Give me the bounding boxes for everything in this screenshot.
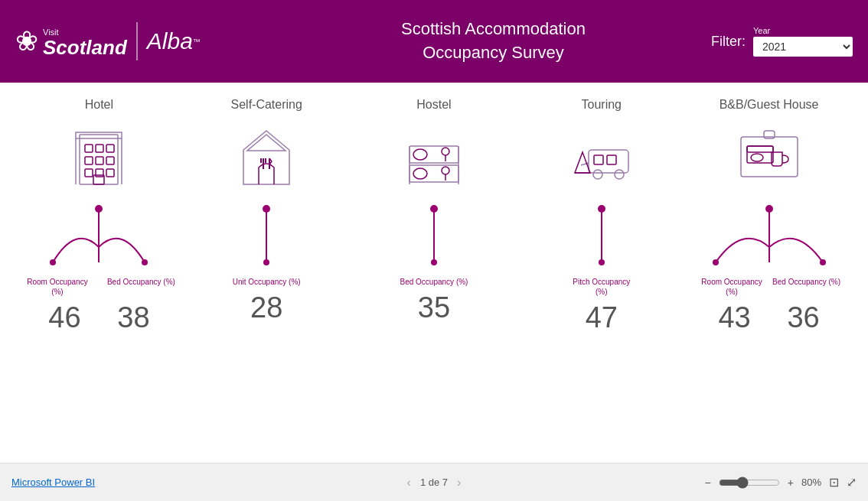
- category-touring: Touring: [525, 98, 678, 334]
- self-catering-value-unit: 28: [243, 291, 289, 324]
- svg-point-15: [95, 205, 103, 213]
- filter-area: Filter: Year 2021 2020 2019 2022: [711, 26, 853, 57]
- main-container: ❀ Visit Scotland Alba™ Scottish Accommod…: [0, 0, 868, 501]
- svg-point-42: [615, 170, 624, 179]
- zoom-slider[interactable]: [719, 477, 780, 489]
- hotel-chart: [30, 197, 168, 274]
- touring-value-pitch: 47: [579, 301, 625, 334]
- bb-value-bed: 36: [781, 301, 827, 334]
- touring-metric-pitch: Pitch Occupancy (%): [567, 277, 636, 297]
- logo-divider: [136, 22, 138, 60]
- footer: Microsoft Power BI ‹ 1 de 7 › − + 80% ⊡ …: [0, 463, 868, 501]
- main-content: Hotel: [0, 83, 868, 463]
- header: ❀ Visit Scotland Alba™ Scottish Accommod…: [0, 0, 868, 83]
- category-bb-title: B&B/Guest House: [720, 98, 819, 112]
- category-touring-title: Touring: [582, 98, 622, 112]
- svg-marker-44: [575, 152, 590, 173]
- category-self-catering-title: Self-Catering: [231, 98, 302, 112]
- bb-metrics: Room Occupancy (%) Bed Occupancy (%): [697, 277, 840, 297]
- svg-rect-1: [76, 132, 122, 138]
- svg-rect-38: [589, 150, 628, 173]
- categories-row: Hotel: [8, 98, 860, 334]
- touring-values: 47: [579, 301, 625, 334]
- svg-point-26: [263, 259, 269, 265]
- prev-page-button[interactable]: ‹: [407, 476, 411, 490]
- svg-rect-40: [607, 155, 616, 164]
- thistle-icon: ❀: [15, 25, 38, 57]
- svg-rect-51: [747, 146, 773, 152]
- hostel-values: 35: [411, 291, 457, 324]
- svg-point-30: [413, 168, 427, 179]
- trademark-text: ™: [193, 37, 201, 46]
- touring-chart: [563, 197, 640, 274]
- year-label: Year: [753, 26, 853, 35]
- svg-rect-7: [106, 157, 114, 164]
- svg-point-32: [442, 167, 449, 174]
- zoom-in-button[interactable]: +: [788, 477, 794, 489]
- alba-text: Alba: [147, 28, 193, 54]
- bb-metric-bed: Bed Occupancy (%): [772, 277, 840, 297]
- svg-point-25: [263, 205, 270, 213]
- zoom-out-button[interactable]: −: [705, 477, 711, 489]
- hostel-chart: [396, 197, 472, 274]
- bb-chart: [693, 197, 846, 274]
- zoom-level: 80%: [801, 477, 821, 488]
- logo-area: ❀ Visit Scotland Alba™: [15, 22, 276, 60]
- category-bb: B&B/Guest House: [693, 98, 846, 334]
- svg-point-57: [820, 259, 826, 265]
- svg-point-52: [751, 154, 763, 161]
- page-indicator: 1 de 7: [420, 477, 448, 488]
- svg-rect-27: [410, 146, 458, 163]
- category-hostel-title: Hostel: [416, 98, 451, 112]
- bb-value-room: 43: [712, 301, 758, 334]
- header-title: Scottish Accommodation Occupancy Survey: [276, 18, 711, 65]
- svg-point-37: [431, 259, 437, 265]
- hotel-value-room: 46: [41, 301, 87, 334]
- hostel-metrics: Bed Occupancy (%): [400, 277, 468, 287]
- svg-rect-4: [106, 145, 114, 152]
- touring-metrics: Pitch Occupancy (%): [567, 277, 636, 297]
- svg-rect-6: [96, 157, 103, 164]
- hostel-icon: [403, 121, 465, 190]
- category-self-catering: Self-Catering: [190, 98, 343, 324]
- self-catering-metrics: Unit Occupancy (%): [233, 277, 301, 287]
- bb-icon: [735, 121, 804, 190]
- hostel-value-bed: 35: [411, 291, 457, 324]
- logo-text-block: Visit Scotland: [43, 25, 127, 57]
- hotel-icon: [68, 121, 129, 190]
- title-line2: Occupancy Survey: [276, 41, 711, 65]
- svg-point-29: [413, 149, 427, 160]
- svg-rect-49: [741, 137, 798, 177]
- fit-to-screen-icon[interactable]: ⊡: [829, 475, 839, 490]
- power-bi-link[interactable]: Microsoft Power BI: [11, 477, 95, 488]
- svg-point-48: [599, 259, 605, 265]
- bb-values: 43 36: [712, 301, 827, 334]
- fullscreen-icon[interactable]: ⤢: [847, 475, 857, 490]
- self-catering-values: 28: [243, 291, 289, 324]
- svg-point-17: [142, 259, 148, 265]
- year-select[interactable]: 2021 2020 2019 2022: [753, 37, 853, 57]
- alba-block: Alba™: [147, 28, 201, 54]
- svg-point-56: [713, 259, 719, 265]
- touring-icon: [567, 121, 636, 190]
- hotel-values: 46 38: [41, 301, 156, 334]
- svg-rect-8: [85, 169, 93, 177]
- next-page-button[interactable]: ›: [457, 476, 461, 490]
- svg-point-47: [598, 205, 605, 213]
- svg-point-16: [50, 259, 56, 265]
- self-catering-icon: [236, 121, 297, 190]
- svg-rect-5: [85, 157, 93, 164]
- scotland-text: Scotland: [43, 36, 127, 59]
- svg-point-55: [765, 205, 773, 213]
- hotel-value-bed: 38: [110, 301, 156, 334]
- self-catering-chart: [228, 197, 305, 274]
- hotel-metric-room: Room Occupancy (%): [23, 277, 92, 297]
- svg-rect-3: [96, 145, 103, 152]
- svg-rect-28: [410, 165, 458, 182]
- category-hotel-title: Hotel: [85, 98, 113, 112]
- bb-metric-room: Room Occupancy (%): [697, 277, 766, 297]
- hotel-metric-bed: Bed Occupancy (%): [107, 277, 175, 297]
- svg-rect-2: [85, 145, 93, 152]
- footer-right: − + 80% ⊡ ⤢: [705, 475, 857, 490]
- svg-point-31: [442, 148, 449, 155]
